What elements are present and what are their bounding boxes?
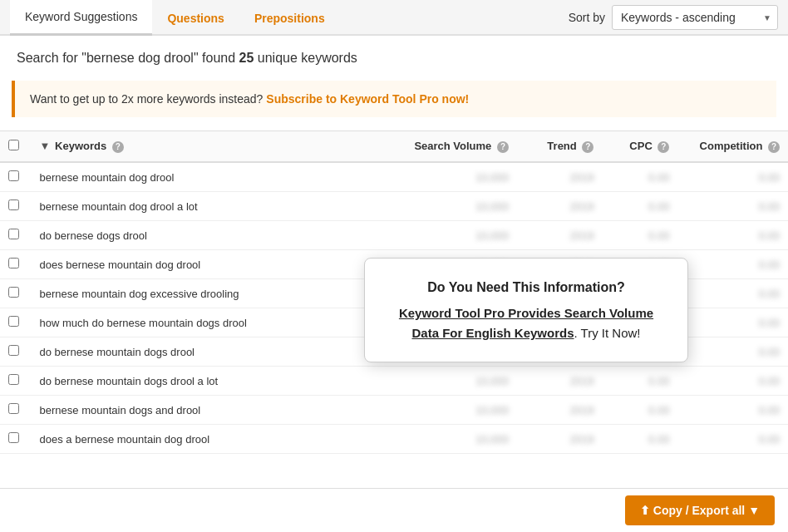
tabs-bar: Keyword Suggestions Questions Prepositio…: [0, 0, 788, 36]
row-checkbox-cell: [0, 192, 32, 221]
table-header-row: ▼ Keywords ? Search Volume ? Trend ? CPC…: [0, 131, 788, 163]
table-row: bernese mountain dogs and drool 10,000 2…: [0, 396, 788, 425]
row-keyword-1: bernese mountain dog drool a lot: [32, 192, 391, 221]
sort-arrow-icon: ▼: [40, 140, 51, 152]
row-comp-0: 0.00: [677, 162, 788, 192]
row-checkbox-cell: [0, 425, 32, 454]
popup-title: Do You Need This Information?: [388, 277, 664, 298]
row-checkbox-cell: [0, 221, 32, 250]
row-checkbox-cell: [0, 396, 32, 425]
row-sv-9: 10,000: [391, 425, 517, 454]
sort-select-wrapper: Keywords - ascending Keywords - descendi…: [612, 5, 778, 30]
row-checkbox-9[interactable]: [8, 432, 19, 443]
promo-link[interactable]: Subscribe to Keyword Tool Pro now!: [266, 92, 469, 106]
row-keyword-3: does bernese mountain dog drool: [32, 250, 391, 279]
row-cpc-2: 0.00: [602, 221, 677, 250]
row-comp-3: 0.00: [677, 250, 788, 279]
select-all-checkbox[interactable]: [8, 140, 19, 150]
footer-bar: ⬆ Copy / Export all ▼: [0, 488, 788, 504]
trend-help-icon[interactable]: ?: [582, 141, 593, 153]
header-cpc[interactable]: CPC ?: [602, 131, 677, 163]
row-checkbox-1[interactable]: [8, 200, 19, 210]
row-checkbox-cell: [0, 162, 32, 192]
competition-help-icon[interactable]: ?: [768, 141, 780, 153]
row-checkbox-6[interactable]: [8, 345, 19, 356]
sort-select[interactable]: Keywords - ascending Keywords - descendi…: [612, 5, 778, 30]
tab-questions[interactable]: Questions: [152, 2, 239, 35]
table-row: do bernese mountain dogs drool a lot 10,…: [0, 367, 788, 396]
row-checkbox-7[interactable]: [8, 374, 19, 385]
row-sv-1: 10,000: [391, 192, 517, 221]
cpc-help-icon[interactable]: ?: [657, 141, 669, 153]
row-checkbox-cell: [0, 367, 32, 396]
keywords-help-icon[interactable]: ?: [112, 141, 124, 153]
row-comp-8: 0.00: [677, 396, 788, 425]
header-search-volume[interactable]: Search Volume ?: [391, 131, 517, 163]
row-cpc-7: 0.00: [602, 367, 677, 396]
row-sv-8: 10,000: [391, 396, 517, 425]
row-checkbox-cell: [0, 308, 32, 337]
row-checkbox-5[interactable]: [8, 316, 19, 327]
header-keywords[interactable]: ▼ Keywords ?: [32, 131, 391, 163]
row-checkbox-0[interactable]: [8, 170, 19, 181]
row-cpc-1: 0.00: [602, 192, 677, 221]
row-keyword-9: does a bernese mountain dog drool: [32, 425, 391, 454]
header-checkbox-col: [0, 131, 32, 163]
row-comp-2: 0.00: [677, 221, 788, 250]
popup-body-post: . Try It Now!: [574, 326, 641, 340]
header-trend[interactable]: Trend ?: [517, 131, 602, 163]
row-trend-1: 2019: [517, 192, 602, 221]
tooltip-popup: Do You Need This Information? Keyword To…: [364, 258, 688, 362]
row-trend-0: 2019: [517, 162, 602, 192]
row-keyword-6: do bernese mountain dogs drool: [32, 337, 391, 367]
row-checkbox-3[interactable]: [8, 258, 19, 268]
row-checkbox-8[interactable]: [8, 403, 19, 414]
search-volume-help-icon[interactable]: ?: [497, 141, 509, 153]
row-checkbox-cell: [0, 250, 32, 279]
table-row: do bernese dogs drool 10,000 2019 0.00 0…: [0, 221, 788, 250]
row-keyword-4: bernese mountain dog excessive drooling: [32, 279, 391, 308]
row-keyword-5: how much do bernese mountain dogs drool: [32, 308, 391, 337]
row-trend-2: 2019: [517, 221, 602, 250]
row-cpc-0: 0.00: [602, 162, 677, 192]
row-comp-7: 0.00: [677, 367, 788, 396]
row-sv-0: 10,000: [391, 162, 517, 192]
table-row: bernese mountain dog drool a lot 10,000 …: [0, 192, 788, 221]
row-sv-7: 10,000: [391, 367, 517, 396]
row-checkbox-cell: [0, 337, 32, 367]
row-checkbox-cell: [0, 279, 32, 308]
row-comp-1: 0.00: [677, 192, 788, 221]
row-cpc-8: 0.00: [602, 396, 677, 425]
row-comp-6: 0.00: [677, 337, 788, 367]
row-trend-8: 2019: [517, 396, 602, 425]
row-keyword-8: bernese mountain dogs and drool: [32, 396, 391, 425]
row-comp-5: 0.00: [677, 308, 788, 337]
row-keyword-2: do bernese dogs drool: [32, 221, 391, 250]
row-cpc-9: 0.00: [602, 425, 677, 454]
table-row: does a bernese mountain dog drool 10,000…: [0, 425, 788, 454]
sort-by-area: Sort by Keywords - ascending Keywords - …: [569, 5, 778, 30]
table-row: bernese mountain dog drool 10,000 2019 0…: [0, 162, 788, 192]
row-sv-2: 10,000: [391, 221, 517, 250]
promo-banner: Want to get up to 2x more keywords inste…: [12, 81, 776, 117]
row-trend-9: 2019: [517, 425, 602, 454]
row-comp-4: 0.00: [677, 279, 788, 308]
row-checkbox-2[interactable]: [8, 229, 19, 239]
tab-prepositions[interactable]: Prepositions: [239, 2, 340, 35]
header-competition[interactable]: Competition ?: [677, 131, 788, 163]
row-keyword-0: bernese mountain dog drool: [32, 162, 391, 192]
result-summary: Search for "bernese dog drool" found 25 …: [0, 36, 788, 74]
copy-export-button[interactable]: ⬆ Copy / Export all ▼: [625, 495, 775, 504]
tab-keyword-suggestions[interactable]: Keyword Suggestions: [10, 0, 152, 36]
row-checkbox-4[interactable]: [8, 287, 19, 298]
row-comp-9: 0.00: [677, 425, 788, 454]
row-keyword-7: do bernese mountain dogs drool a lot: [32, 367, 391, 396]
row-trend-7: 2019: [517, 367, 602, 396]
sort-by-label: Sort by: [569, 11, 605, 24]
